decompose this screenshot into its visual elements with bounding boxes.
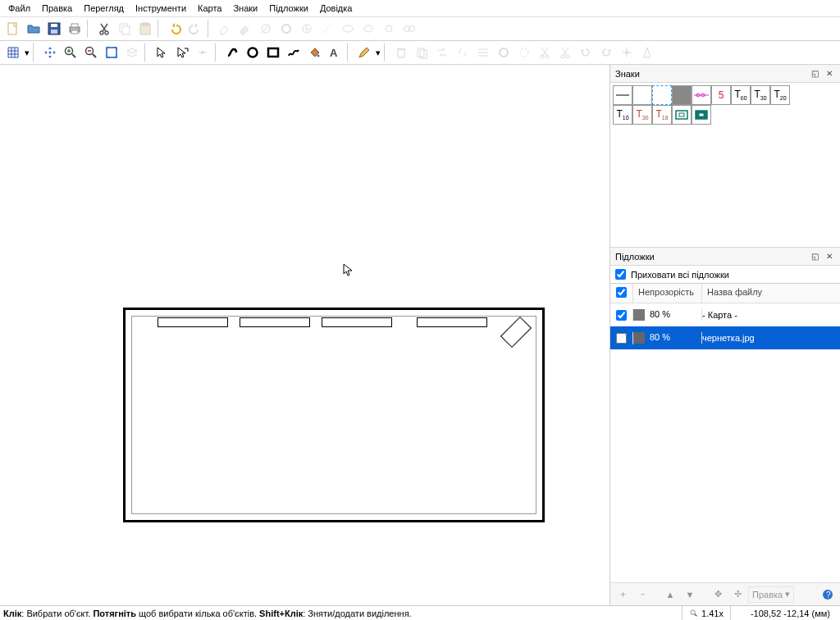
copy-obj-icon[interactable] — [412, 43, 431, 62]
trash-icon[interactable] — [391, 43, 411, 62]
sign-rel-filled[interactable] — [692, 105, 711, 125]
sign-thin-line[interactable] — [613, 85, 632, 105]
menu-file[interactable]: Файл — [3, 2, 35, 15]
sign-t10[interactable]: T10 — [613, 105, 632, 125]
ellipse-a-icon[interactable] — [338, 19, 358, 39]
save-icon[interactable] — [44, 19, 64, 39]
sign-t20[interactable]: T20 — [770, 85, 790, 105]
sign-t60[interactable]: T60 — [731, 85, 751, 105]
move-icon[interactable] — [40, 43, 60, 62]
eraser1-icon[interactable] — [215, 19, 235, 39]
rect-tool-icon[interactable] — [263, 43, 283, 62]
zoom-out-icon[interactable] — [81, 43, 101, 62]
scissors-b-icon[interactable] — [555, 43, 575, 62]
layers-panel-close-icon[interactable]: ✕ — [824, 251, 835, 262]
slot-object-1[interactable] — [158, 317, 228, 327]
bolt-circle-icon[interactable] — [297, 19, 317, 39]
slot-object-2[interactable] — [240, 317, 310, 327]
fill-icon[interactable] — [304, 43, 324, 62]
rotate-ccw-icon[interactable] — [576, 43, 596, 62]
ring-icon[interactable] — [276, 19, 296, 39]
menu-edit[interactable]: Правка — [37, 2, 77, 15]
pencil-icon[interactable] — [354, 43, 374, 62]
slot-object-3[interactable] — [322, 317, 392, 327]
print-icon[interactable] — [65, 19, 84, 39]
layers-col-checkbox[interactable] — [610, 284, 633, 303]
slot-object-4[interactable] — [417, 317, 487, 327]
redo-icon[interactable] — [185, 19, 205, 39]
sign-dashed-square[interactable] — [652, 85, 672, 105]
sign-t18[interactable]: T18 — [652, 105, 672, 125]
layer-visible-checkbox[interactable] — [616, 333, 627, 344]
layer-visible-checkbox[interactable] — [616, 310, 627, 321]
link-icon[interactable] — [453, 43, 472, 62]
layer-georef-icon[interactable]: ✥ — [709, 586, 727, 603]
layer-center-icon[interactable]: ✢ — [728, 586, 746, 603]
sign-t30[interactable]: T30 — [751, 85, 770, 105]
menu-map[interactable]: Карта — [193, 2, 226, 15]
layer-help-icon[interactable]: ? — [819, 586, 837, 603]
sign-chain[interactable] — [692, 85, 711, 105]
zoom-in-icon[interactable] — [61, 43, 80, 62]
layer-remove-icon[interactable]: － — [633, 586, 651, 603]
undo-icon[interactable] — [165, 19, 185, 39]
remove-ring-icon[interactable] — [256, 19, 276, 39]
paste-icon[interactable] — [135, 19, 155, 39]
menu-layers[interactable]: Підложки — [264, 2, 313, 15]
layer-row[interactable]: 80 %чернетка.jpg — [610, 326, 840, 349]
layers-col-opacity[interactable]: Непрозорість — [633, 284, 702, 303]
distribute-icon[interactable] — [473, 43, 493, 62]
status-zoom-icon[interactable]: 1.41x — [682, 606, 730, 620]
layer-row[interactable]: 80 %- Карта - — [610, 303, 840, 326]
layer-edit-dropdown[interactable]: Правка ▾ — [748, 586, 794, 603]
hide-all-layers-checkbox[interactable] — [615, 269, 626, 280]
layer-add-icon[interactable]: ＋ — [614, 586, 632, 603]
menu-view[interactable]: Перегляд — [79, 2, 129, 15]
swap-icon[interactable] — [432, 43, 452, 62]
stack-icon[interactable] — [122, 43, 142, 62]
layer-up-icon[interactable]: ▲ — [661, 586, 679, 603]
ellipse-b-icon[interactable] — [358, 19, 378, 39]
layers-panel-float-icon[interactable]: ◱ — [809, 251, 820, 262]
sign-five[interactable]: 5 — [711, 85, 731, 105]
circle-op-icon[interactable] — [494, 43, 514, 62]
signs-panel-float-icon[interactable]: ◱ — [809, 68, 820, 80]
grid-dropdown-icon[interactable]: ▾ — [24, 48, 30, 58]
menu-signs[interactable]: Знаки — [228, 2, 262, 15]
signs-panel-close-icon[interactable]: ✕ — [824, 68, 835, 80]
open-file-icon[interactable] — [24, 19, 43, 39]
layer-down-icon[interactable]: ▼ — [681, 586, 699, 603]
sign-t36[interactable]: T36 — [632, 105, 652, 125]
eraser2-icon[interactable] — [235, 19, 255, 39]
dotted-circle-icon[interactable] — [514, 43, 534, 62]
ellipse-c-icon[interactable] — [379, 19, 399, 39]
grid-icon[interactable] — [3, 43, 23, 62]
rotate-cw-icon[interactable] — [596, 43, 616, 62]
sign-rel-open[interactable] — [672, 105, 692, 125]
sign-grey-square[interactable] — [672, 85, 692, 105]
text-icon[interactable]: A — [325, 43, 345, 62]
sign-empty[interactable] — [632, 85, 652, 105]
circle-tool-icon[interactable] — [243, 43, 262, 62]
arrow-path-icon[interactable] — [172, 43, 192, 62]
cut-icon[interactable] — [94, 19, 114, 39]
pencil-dropdown-icon[interactable]: ▾ — [375, 48, 381, 58]
zoom-fit-icon[interactable] — [102, 43, 121, 62]
svg-rect-14 — [143, 23, 148, 25]
copy-icon[interactable] — [115, 19, 135, 39]
two-circles-icon[interactable] — [399, 19, 419, 39]
handle-icon[interactable] — [617, 43, 637, 62]
dash-line-icon[interactable] — [317, 19, 337, 39]
s-curve-icon[interactable] — [222, 43, 242, 62]
scissors-a-icon[interactable] — [535, 43, 555, 62]
canvas[interactable] — [0, 65, 610, 605]
layers-col-name[interactable]: Назва файлу — [702, 284, 840, 303]
arrow-cursor-icon[interactable] — [152, 43, 171, 62]
freehand-icon[interactable] — [284, 43, 304, 62]
node-tool-icon[interactable] — [193, 43, 212, 62]
new-file-icon[interactable] — [3, 19, 23, 39]
compass-icon[interactable] — [637, 43, 657, 62]
menu-help[interactable]: Довідка — [315, 2, 358, 15]
inner-rect-object[interactable] — [131, 316, 536, 514]
menu-tools[interactable]: Інструменти — [130, 2, 191, 15]
